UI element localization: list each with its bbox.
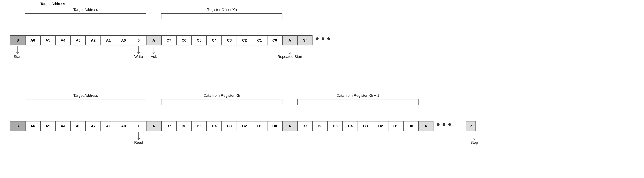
svg-line-41 xyxy=(473,138,474,140)
row1-cell-17: C0 xyxy=(267,35,282,45)
row1-cell-1: A6 xyxy=(25,35,40,45)
row1-cell-6: A1 xyxy=(101,35,116,45)
svg-text:Repeated Start: Repeated Start xyxy=(278,55,302,59)
overlay-svg: Target AddressRegister Offset XhStartWri… xyxy=(0,0,644,178)
row2-cell-7: A0 xyxy=(116,121,131,131)
row2-cell-21: D5 xyxy=(328,121,343,131)
dot5 xyxy=(442,123,445,126)
row2-cell-27: A xyxy=(418,121,434,131)
svg-text:Register Offset Xh: Register Offset Xh xyxy=(207,8,237,12)
row2-cell-1: A6 xyxy=(25,121,40,131)
svg-line-9 xyxy=(16,52,18,54)
svg-line-42 xyxy=(474,138,476,140)
svg-text:Read: Read xyxy=(134,140,143,144)
svg-line-17 xyxy=(152,52,154,54)
svg-text:Data from Register Xh + 1: Data from Register Xh + 1 xyxy=(336,93,380,98)
row2-cell-22: D4 xyxy=(343,121,358,131)
row1-cell-13: C4 xyxy=(207,35,222,45)
svg-line-38 xyxy=(138,138,140,140)
row2-cell-5: A2 xyxy=(86,121,101,131)
row2-cell-9: A xyxy=(146,121,161,131)
row1-cell-15: C2 xyxy=(237,35,252,45)
svg-line-14 xyxy=(138,52,140,54)
row2-cell-16: D1 xyxy=(252,121,267,131)
row2-dots xyxy=(437,123,451,126)
svg-line-21 xyxy=(288,52,290,54)
row2-cells: SA6A5A4A3A2A1A01AD7D6D5D4D3D2D1D0AD7D6D5… xyxy=(10,121,434,131)
label-target-address-1: Target Address xyxy=(40,2,65,6)
row1-cells: SA6A5A4A3A2A1A00AC7C6C5C4C3C2C1C0ASr xyxy=(10,35,312,45)
svg-text:Start: Start xyxy=(14,55,22,59)
row2-cell-2: A5 xyxy=(40,121,56,131)
svg-line-37 xyxy=(137,138,138,140)
row2-cell-18: A xyxy=(282,121,298,131)
row2-cell-13: D4 xyxy=(207,121,222,131)
svg-line-22 xyxy=(290,52,291,54)
row1-cell-7: A0 xyxy=(116,35,131,45)
svg-text:Data from Register Xh: Data from Register Xh xyxy=(204,93,240,98)
row2-cell-10: D7 xyxy=(161,121,176,131)
row1-cell-9: A xyxy=(146,35,161,45)
row1-cell-11: C6 xyxy=(176,35,192,45)
row1-cell-0: S xyxy=(10,35,25,45)
diagram-container: SA6A5A4A3A2A1A00AC7C6C5C4C3C2C1C0ASr SA6… xyxy=(0,0,644,178)
svg-text:Target Address: Target Address xyxy=(74,8,98,12)
row2-cell-20: D6 xyxy=(312,121,328,131)
row2-cell-3: A4 xyxy=(56,121,70,131)
p-cell: P xyxy=(466,121,476,131)
row1-cell-5: A2 xyxy=(86,35,101,45)
svg-line-13 xyxy=(137,52,138,54)
row2-cell-6: A1 xyxy=(101,121,116,131)
row2-cell-17: D0 xyxy=(267,121,282,131)
row2-cell-11: D6 xyxy=(176,121,192,131)
row1-cell-19: Sr xyxy=(298,35,312,45)
dot2 xyxy=(322,37,324,40)
row1-cell-16: C1 xyxy=(252,35,267,45)
row2-cell-4: A3 xyxy=(70,121,86,131)
row2-cell-24: D2 xyxy=(373,121,388,131)
svg-text:Stop: Stop xyxy=(470,140,478,144)
dot3 xyxy=(327,37,330,40)
row2-cell-14: D3 xyxy=(222,121,237,131)
row2-cell-23: D3 xyxy=(358,121,373,131)
row1-cell-12: C5 xyxy=(192,35,207,45)
row2-cell-19: D7 xyxy=(298,121,312,131)
row2-cell-8: 1 xyxy=(131,121,146,131)
row1-cell-4: A3 xyxy=(70,35,86,45)
svg-text:Write: Write xyxy=(134,55,143,59)
dot1 xyxy=(316,37,318,40)
row2-cell-0: S xyxy=(10,121,25,131)
row1-cell-18: A xyxy=(282,35,298,45)
row2-cell-12: D5 xyxy=(192,121,207,131)
row1-cell-8: 0 xyxy=(131,35,146,45)
row1-cell-14: C3 xyxy=(222,35,237,45)
svg-text:Target Address: Target Address xyxy=(74,93,98,98)
row2-cell-15: D2 xyxy=(237,121,252,131)
row1-cell-2: A5 xyxy=(40,35,56,45)
row2-cell-25: D1 xyxy=(388,121,403,131)
svg-line-18 xyxy=(154,52,155,54)
svg-line-10 xyxy=(18,52,19,54)
row1-dots xyxy=(316,37,330,40)
row1-cell-3: A4 xyxy=(56,35,70,45)
dot6 xyxy=(448,123,451,126)
svg-text:Ack: Ack xyxy=(151,55,157,59)
row1-cell-10: C7 xyxy=(161,35,176,45)
dot4 xyxy=(437,123,440,126)
row2-cell-26: D0 xyxy=(403,121,418,131)
